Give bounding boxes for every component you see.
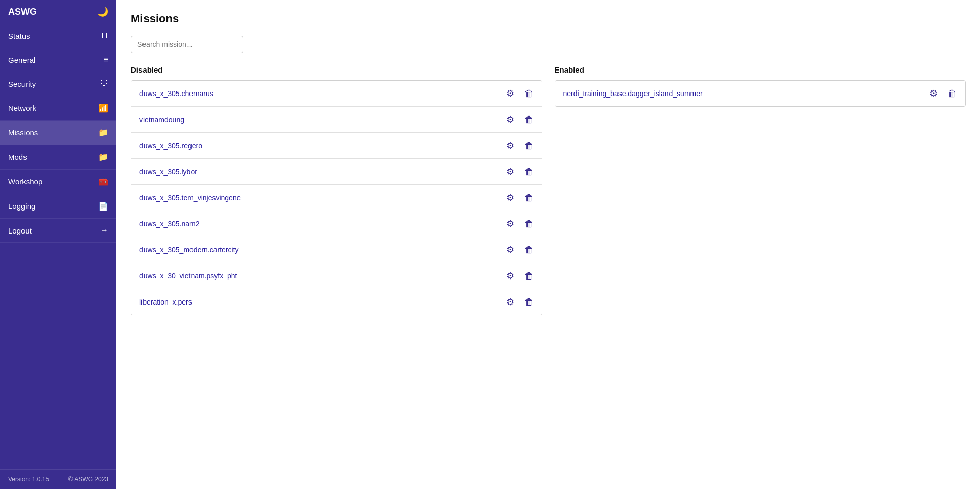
sidebar-icon-status: 🖥: [100, 31, 108, 40]
sidebar-item-missions[interactable]: Missions 📁: [0, 121, 116, 145]
table-row: nerdi_training_base.dagger_island_summer…: [555, 81, 966, 106]
sidebar-icon-workshop: 🧰: [98, 177, 108, 187]
mission-actions: ⚙ 🗑: [506, 270, 534, 282]
sidebar-icon-mods: 📁: [98, 152, 108, 162]
sidebar-item-general[interactable]: General ≡: [0, 48, 116, 72]
gear-icon[interactable]: ⚙: [506, 140, 514, 151]
mission-name: duws_x_30_vietnam.psyfx_pht: [139, 272, 506, 280]
table-row: liberation_x.pers ⚙ 🗑: [131, 289, 542, 315]
trash-icon[interactable]: 🗑: [524, 271, 534, 282]
gear-icon[interactable]: ⚙: [506, 88, 514, 99]
mission-actions: ⚙ 🗑: [506, 88, 534, 99]
disabled-mission-list: duws_x_305.chernarus ⚙ 🗑 vietnamdoung ⚙ …: [131, 80, 542, 315]
enabled-heading: Enabled: [555, 65, 966, 74]
sidebar: ASWG 🌙 Status 🖥 General ≡ Security 🛡 Net…: [0, 0, 116, 489]
disabled-heading: Disabled: [131, 65, 542, 74]
page-title: Missions: [131, 12, 966, 26]
mission-name: duws_x_305.chernarus: [139, 89, 506, 98]
trash-icon[interactable]: 🗑: [948, 88, 957, 99]
table-row: duws_x_305.chernarus ⚙ 🗑: [131, 81, 542, 107]
trash-icon[interactable]: 🗑: [524, 88, 534, 99]
sidebar-header: ASWG 🌙: [0, 0, 116, 24]
trash-icon[interactable]: 🗑: [524, 114, 534, 125]
sidebar-label-logout: Logout: [8, 226, 32, 235]
sidebar-icon-general: ≡: [104, 55, 108, 64]
table-row: duws_x_30_vietnam.psyfx_pht ⚙ 🗑: [131, 263, 542, 289]
sidebar-item-logging[interactable]: Logging 📄: [0, 194, 116, 219]
mission-actions: ⚙ 🗑: [506, 166, 534, 177]
sidebar-icon-missions: 📁: [98, 128, 108, 137]
mission-name: duws_x_305.nam2: [139, 220, 506, 228]
gear-icon[interactable]: ⚙: [506, 244, 514, 255]
trash-icon[interactable]: 🗑: [524, 141, 534, 151]
table-row: duws_x_305.lybor ⚙ 🗑: [131, 159, 542, 185]
gear-icon[interactable]: ⚙: [506, 114, 514, 125]
mission-name: duws_x_305.regero: [139, 142, 506, 150]
sidebar-icon-logout: →: [100, 226, 108, 235]
mission-actions: ⚙ 🗑: [506, 244, 534, 255]
sidebar-item-mods[interactable]: Mods 📁: [0, 145, 116, 170]
app-title: ASWG: [8, 7, 37, 17]
sidebar-item-workshop[interactable]: Workshop 🧰: [0, 170, 116, 194]
trash-icon[interactable]: 🗑: [524, 167, 534, 177]
gear-icon[interactable]: ⚙: [506, 270, 514, 282]
sidebar-item-logout[interactable]: Logout →: [0, 219, 116, 243]
mission-actions: ⚙ 🗑: [506, 140, 534, 151]
gear-icon[interactable]: ⚙: [506, 192, 514, 203]
theme-toggle-icon[interactable]: 🌙: [97, 6, 108, 17]
mission-name: duws_x_305.lybor: [139, 168, 506, 176]
mission-name: liberation_x.pers: [139, 298, 506, 306]
enabled-column: Enabled nerdi_training_base.dagger_islan…: [555, 65, 966, 107]
sidebar-icon-security: 🛡: [100, 79, 108, 88]
table-row: vietnamdoung ⚙ 🗑: [131, 107, 542, 133]
sidebar-label-security: Security: [8, 80, 36, 88]
mission-actions: ⚙ 🗑: [506, 218, 534, 229]
sidebar-footer: Version: 1.0.15 © ASWG 2023: [0, 469, 116, 489]
sidebar-item-network[interactable]: Network 📶: [0, 96, 116, 121]
sidebar-label-general: General: [8, 56, 35, 64]
sidebar-nav: Status 🖥 General ≡ Security 🛡 Network 📶 …: [0, 24, 116, 243]
sidebar-label-workshop: Workshop: [8, 177, 42, 186]
search-input[interactable]: [131, 36, 243, 53]
mission-actions: ⚙ 🗑: [506, 114, 534, 125]
gear-icon[interactable]: ⚙: [506, 218, 514, 229]
main-content: Missions Disabled duws_x_305.chernarus ⚙…: [116, 0, 980, 489]
sidebar-label-status: Status: [8, 32, 30, 40]
sidebar-icon-network: 📶: [98, 103, 108, 113]
mission-name: duws_x_305.tem_vinjesvingenc: [139, 194, 506, 202]
gear-icon[interactable]: ⚙: [506, 296, 514, 308]
table-row: duws_x_305.nam2 ⚙ 🗑: [131, 211, 542, 237]
table-row: duws_x_305.regero ⚙ 🗑: [131, 133, 542, 159]
enabled-mission-list: nerdi_training_base.dagger_island_summer…: [555, 80, 966, 107]
gear-icon[interactable]: ⚙: [506, 166, 514, 177]
sidebar-label-mods: Mods: [8, 153, 27, 161]
table-row: duws_x_305.tem_vinjesvingenc ⚙ 🗑: [131, 185, 542, 211]
disabled-column: Disabled duws_x_305.chernarus ⚙ 🗑 vietna…: [131, 65, 542, 315]
sidebar-item-security[interactable]: Security 🛡: [0, 72, 116, 96]
mission-name: vietnamdoung: [139, 115, 506, 124]
missions-columns: Disabled duws_x_305.chernarus ⚙ 🗑 vietna…: [131, 65, 966, 315]
mission-actions: ⚙ 🗑: [929, 88, 957, 99]
table-row: duws_x_305_modern.cartercity ⚙ 🗑: [131, 237, 542, 263]
trash-icon[interactable]: 🗑: [524, 245, 534, 255]
mission-name: nerdi_training_base.dagger_island_summer: [563, 89, 930, 98]
sidebar-label-missions: Missions: [8, 128, 38, 137]
mission-actions: ⚙ 🗑: [506, 296, 534, 308]
version-label: Version: 1.0.15: [8, 476, 49, 483]
copyright-label: © ASWG 2023: [68, 476, 108, 483]
sidebar-label-network: Network: [8, 104, 36, 112]
sidebar-icon-logging: 📄: [98, 201, 108, 211]
mission-actions: ⚙ 🗑: [506, 192, 534, 203]
sidebar-label-logging: Logging: [8, 202, 35, 211]
trash-icon[interactable]: 🗑: [524, 193, 534, 203]
sidebar-item-status[interactable]: Status 🖥: [0, 24, 116, 48]
gear-icon[interactable]: ⚙: [929, 88, 938, 99]
trash-icon[interactable]: 🗑: [524, 297, 534, 308]
mission-name: duws_x_305_modern.cartercity: [139, 246, 506, 254]
trash-icon[interactable]: 🗑: [524, 219, 534, 229]
